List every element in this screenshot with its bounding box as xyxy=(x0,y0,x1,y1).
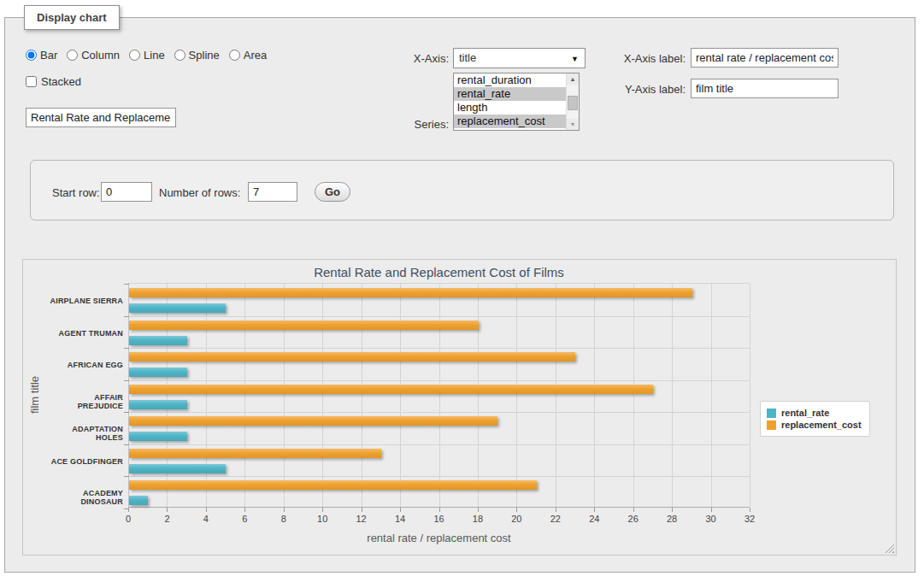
series-option-rental_rate[interactable]: rental_rate xyxy=(454,87,566,101)
gridline xyxy=(594,284,595,507)
chart-type-option-bar[interactable]: Bar xyxy=(26,49,57,62)
category-label: AFFAIR PREJUDICE xyxy=(48,393,123,410)
chart-type-option-line[interactable]: Line xyxy=(129,49,165,62)
x-axis-tick xyxy=(400,508,401,512)
gridline xyxy=(711,284,712,507)
x-axis-select[interactable]: title ▼ xyxy=(453,48,586,68)
rental_rate-bar[interactable] xyxy=(129,432,187,441)
category-label: ACE GOLDFINGER xyxy=(48,457,123,466)
x-axis-tick-label: 16 xyxy=(427,514,452,524)
y-axis-label-input[interactable] xyxy=(691,79,839,98)
gridline xyxy=(129,476,750,477)
number-of-rows-input[interactable] xyxy=(248,182,297,202)
rental_rate-bar[interactable] xyxy=(129,400,187,409)
chart-type-option-column[interactable]: Column xyxy=(67,49,120,62)
chart-type-options: BarColumnLineSplineArea xyxy=(26,49,276,62)
x-axis-tick xyxy=(633,508,634,512)
rental_rate-bar[interactable] xyxy=(129,367,187,377)
series-listbox[interactable]: rental_durationrental_ratelengthreplacem… xyxy=(453,73,580,131)
rental_rate-bar[interactable] xyxy=(129,496,148,505)
rental_rate-bar[interactable] xyxy=(129,464,226,473)
gridline xyxy=(478,284,479,507)
x-axis-label-input[interactable] xyxy=(691,48,839,68)
start-row-input[interactable] xyxy=(101,182,152,202)
replacement_cost-bar[interactable] xyxy=(129,480,537,490)
number-of-rows-label: Number of rows: xyxy=(159,186,240,199)
stacked-checkbox[interactable] xyxy=(26,76,37,87)
legend-swatch-icon xyxy=(767,420,776,430)
scroll-up-icon[interactable]: ▲ xyxy=(567,73,579,85)
chevron-down-icon: ▼ xyxy=(571,55,579,63)
fieldset-legend: Display chart xyxy=(24,5,120,30)
series-option-replacement_cost[interactable]: replacement_cost xyxy=(454,115,566,128)
replacement_cost-bar[interactable] xyxy=(129,352,575,362)
x-axis-tick xyxy=(206,508,207,512)
gridline xyxy=(167,284,168,507)
chart-type-radio-spline[interactable] xyxy=(174,50,185,61)
chart-title-input[interactable] xyxy=(26,108,176,127)
rental_rate-bar[interactable] xyxy=(129,303,226,313)
start-row-label: Start row: xyxy=(52,186,100,199)
chart-type-label: Spline xyxy=(189,49,220,62)
chart-type-radio-bar[interactable] xyxy=(26,50,37,61)
scroll-down-icon[interactable]: ▼ xyxy=(567,119,579,130)
replacement_cost-bar[interactable] xyxy=(129,385,653,394)
x-axis-tick xyxy=(322,508,323,512)
series-option-rental_duration[interactable]: rental_duration xyxy=(454,73,566,87)
x-axis-tick-label: 18 xyxy=(465,514,491,524)
x-axis-tick xyxy=(478,508,479,512)
gridline xyxy=(244,284,245,507)
x-axis-tick-label: 8 xyxy=(271,514,297,524)
x-axis-tick-label: 10 xyxy=(309,514,335,524)
chart-container: Rental Rate and Replacement Cost of Film… xyxy=(22,259,897,556)
x-axis-tick-label: 30 xyxy=(698,514,724,524)
gridline xyxy=(206,284,207,507)
chart-type-radio-line[interactable] xyxy=(129,50,140,61)
rental_rate-bar[interactable] xyxy=(129,336,187,345)
x-axis-tick-label: 26 xyxy=(621,514,646,524)
gridline xyxy=(322,284,323,507)
chart-type-radio-column[interactable] xyxy=(67,50,78,61)
gridline xyxy=(516,284,517,507)
x-axis-tick-label: 22 xyxy=(543,514,568,524)
x-axis-tick-label: 4 xyxy=(193,514,219,524)
series-options: rental_durationrental_ratelengthreplacem… xyxy=(454,73,566,130)
go-button[interactable]: Go xyxy=(315,182,350,202)
listbox-scrollbar[interactable]: ▲ ▼ xyxy=(566,73,579,130)
chart-title: Rental Rate and Replacement Cost of Film… xyxy=(128,265,750,279)
gridline xyxy=(633,284,634,507)
gridline xyxy=(439,284,440,507)
chart-type-option-area[interactable]: Area xyxy=(229,49,267,62)
replacement_cost-bar[interactable] xyxy=(129,416,497,426)
gridline xyxy=(556,284,556,507)
x-axis-tick-label: 6 xyxy=(232,514,257,524)
x-axis-tick-label: 28 xyxy=(659,514,685,524)
resize-grip-icon[interactable] xyxy=(885,544,894,553)
replacement_cost-bar[interactable] xyxy=(129,288,692,297)
stacked-option[interactable]: Stacked xyxy=(26,75,81,88)
chart-type-radio-area[interactable] xyxy=(229,50,240,61)
rows-panel: Start row: Number of rows: Go xyxy=(30,160,894,220)
x-axis-label-label: X-Axis label: xyxy=(581,52,686,65)
x-axis-tick-label: 2 xyxy=(154,514,180,524)
x-axis-tick xyxy=(711,508,712,512)
legend-item-rental_rate[interactable]: rental_rate xyxy=(767,408,862,418)
category-tick xyxy=(124,444,129,445)
replacement_cost-bar[interactable] xyxy=(129,320,479,330)
series-option-length[interactable]: length xyxy=(454,101,566,115)
gridline xyxy=(672,284,673,507)
chart-type-option-spline[interactable]: Spline xyxy=(174,49,220,62)
category-label: ACADEMY DINOSAUR xyxy=(48,489,123,506)
y-axis-title: film title xyxy=(28,309,42,480)
scrollbar-thumb[interactable] xyxy=(568,96,578,110)
legend-item-replacement_cost[interactable]: replacement_cost xyxy=(767,420,862,430)
x-axis-tick-label: 24 xyxy=(581,514,607,524)
x-axis-tick-label: 12 xyxy=(349,514,374,524)
category-label: AIRPLANE SIERRA xyxy=(48,297,123,305)
category-tick xyxy=(124,476,129,477)
gridline xyxy=(400,284,401,507)
replacement_cost-bar[interactable] xyxy=(129,449,381,458)
x-axis-tick xyxy=(556,508,556,512)
chart-type-label: Column xyxy=(81,49,120,62)
x-axis-tick-label: 0 xyxy=(115,514,141,524)
